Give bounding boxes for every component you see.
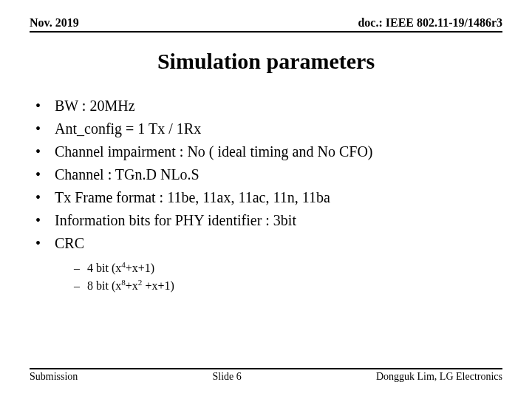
sub-bullet-text: 4 bit (x4+x+1)	[87, 259, 154, 277]
bullet-text: Information bits for PHY identifier : 3b…	[55, 209, 296, 232]
header-doc-id: doc.: IEEE 802.11-19/1486r3	[358, 16, 502, 30]
header-date: Nov. 2019	[30, 16, 79, 30]
bullet-text: Ant_config = 1 Tx / 1Rx	[55, 117, 201, 140]
bullet-text: Channel impairment : No ( ideal timing a…	[55, 140, 373, 163]
footer-left: Submission	[30, 371, 78, 383]
sub-list-item: – 4 bit (x4+x+1)	[74, 259, 502, 277]
header: Nov. 2019 doc.: IEEE 802.11-19/1486r3	[30, 16, 502, 33]
list-item: •Information bits for PHY identifier : 3…	[35, 209, 502, 232]
sub-list-item: – 8 bit (x8+x2 +x+1)	[74, 277, 502, 295]
footer-center: Slide 6	[213, 371, 242, 383]
bullet-text: CRC	[55, 232, 84, 255]
bullet-text: Tx Frame format : 11be, 11ax, 11ac, 11n,…	[55, 186, 330, 209]
footer-right: Dongguk Lim, LG Electronics	[376, 371, 502, 383]
page-title: Simulation parameters	[30, 49, 502, 74]
bullet-text: BW : 20MHz	[55, 95, 135, 117]
bullet-list: •BW : 20MHz •Ant_config = 1 Tx / 1Rx •Ch…	[30, 95, 502, 255]
list-item: •Channel impairment : No ( ideal timing …	[35, 140, 502, 163]
list-item: •BW : 20MHz	[35, 95, 502, 117]
sub-bullet-list: – 4 bit (x4+x+1) – 8 bit (x8+x2 +x+1)	[30, 259, 502, 295]
footer: Submission Slide 6 Dongguk Lim, LG Elect…	[30, 368, 502, 383]
list-item: •Ant_config = 1 Tx / 1Rx	[35, 117, 502, 140]
sub-bullet-text: 8 bit (x8+x2 +x+1)	[87, 277, 174, 295]
bullet-text: Channel : TGn.D NLo.S	[55, 163, 200, 186]
list-item: •Tx Frame format : 11be, 11ax, 11ac, 11n…	[35, 186, 502, 209]
list-item: •CRC	[35, 232, 502, 255]
list-item: •Channel : TGn.D NLo.S	[35, 163, 502, 186]
